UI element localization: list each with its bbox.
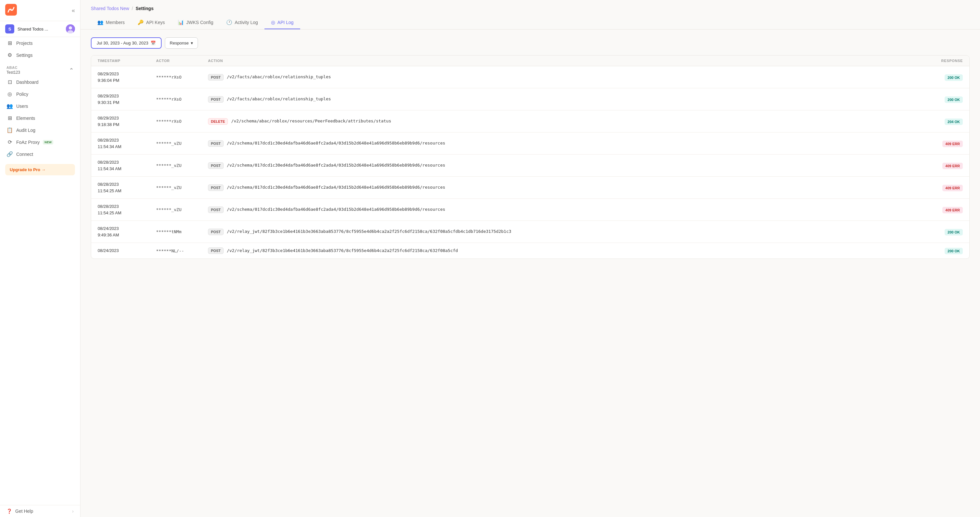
section-collapse-icon[interactable]: ⌃ xyxy=(69,67,74,73)
sidebar-item-label: FoAz Proxy xyxy=(16,140,40,145)
cell-timestamp: 08/28/202311:54:34 AM xyxy=(98,159,156,172)
table-body: 08/29/20239:36:04 PM ******rXsO POST /v2… xyxy=(91,66,969,258)
sidebar-item-policy[interactable]: ◎ Policy xyxy=(0,88,80,100)
sidebar-item-label: Audit Log xyxy=(16,128,35,133)
top-bar: Shared Todos New / Settings 👥 Members 🔑 … xyxy=(81,0,980,30)
svg-point-1 xyxy=(10,8,12,11)
logo[interactable] xyxy=(5,4,17,17)
tab-activity-log[interactable]: 🕐 Activity Log xyxy=(220,16,264,29)
tab-jwks-config[interactable]: 📊 JWKS Config xyxy=(171,16,220,29)
cell-action: DELETE /v2/schema/abac/roblox/resources/… xyxy=(208,118,924,125)
tab-api-keys[interactable]: 🔑 API Keys xyxy=(131,16,171,29)
table-row[interactable]: 08/28/202311:54:25 AM ******_vZU POST /v… xyxy=(91,177,969,199)
cell-action: POST /v2/relay_jwt/82f3b3ce1b6e4161b3e36… xyxy=(208,247,924,254)
cell-actor: ******rXsO xyxy=(156,97,208,102)
calendar-icon: 📅 xyxy=(151,41,156,45)
method-badge: POST xyxy=(208,185,224,191)
action-path: /v2/facts/abac/roblox/relationship_tuple… xyxy=(227,96,331,102)
cell-action: POST /v2/schema/017dcd1c30ed4dafba46d6ae… xyxy=(208,207,924,213)
method-badge: POST xyxy=(208,207,224,213)
action-path: /v2/schema/017dcd1c30ed4dafba46d6ae8fc2a… xyxy=(227,140,445,146)
workspace-letter: S xyxy=(5,24,14,34)
table-row[interactable]: 08/24/20239:49:36 AM ******tNMm POST /v2… xyxy=(91,221,969,243)
avatar xyxy=(66,24,75,34)
col-actor: ACTOR xyxy=(156,59,208,63)
sidebar-item-settings[interactable]: ⚙ Settings xyxy=(0,49,80,61)
action-path: /v2/facts/abac/roblox/relationship_tuple… xyxy=(227,74,331,80)
response-filter-label: Response xyxy=(170,41,189,45)
date-range-button[interactable]: Jul 30, 2023 - Aug 30, 2023 📅 xyxy=(91,37,162,49)
cell-timestamp: 08/29/20239:18:38 PM xyxy=(98,115,156,128)
get-help-item[interactable]: ❓ Get Help › xyxy=(0,505,80,517)
table-row[interactable]: 08/29/20239:30:31 PM ******rXsO POST /v2… xyxy=(91,88,969,110)
settings-icon: ⚙ xyxy=(6,52,13,58)
cell-action: POST /v2/schema/017dcd1c30ed4dafba46d6ae… xyxy=(208,185,924,191)
table-row[interactable]: 08/29/20239:18:38 PM ******rXsO DELETE /… xyxy=(91,110,969,132)
cell-timestamp: 08/24/2023 xyxy=(98,247,156,254)
collapse-button[interactable]: « xyxy=(72,7,75,14)
table-row[interactable]: 08/24/2023 ******NL/-- POST /v2/relay_jw… xyxy=(91,243,969,258)
method-badge: POST xyxy=(208,140,224,147)
sidebar-item-foaz-proxy[interactable]: ⟳ FoAz Proxy NEW xyxy=(0,136,80,148)
sidebar-item-users[interactable]: 👥 Users xyxy=(0,100,80,112)
method-badge: POST xyxy=(208,229,224,235)
cell-action: POST /v2/facts/abac/roblox/relationship_… xyxy=(208,96,924,103)
sidebar-item-audit-log[interactable]: 📋 Audit Log xyxy=(0,124,80,136)
upgrade-button[interactable]: Upgrade to Pro → xyxy=(5,164,75,176)
table-row[interactable]: 08/28/202311:54:34 AM ******_vZU POST /v… xyxy=(91,132,969,155)
response-filter-button[interactable]: Response ▾ xyxy=(165,37,198,49)
date-range-label: Jul 30, 2023 - Aug 30, 2023 xyxy=(97,41,148,45)
tab-label: Members xyxy=(106,20,125,25)
cell-actor: ******rXsO xyxy=(156,119,208,124)
elements-icon: ⊞ xyxy=(6,115,13,121)
response-badge: 409 ERR xyxy=(942,163,963,169)
col-response: RESPONSE xyxy=(924,59,963,63)
workspace-row[interactable]: S Shared Todos ... xyxy=(0,21,80,37)
response-badge: 200 OK xyxy=(945,248,963,254)
jwks-tab-icon: 📊 xyxy=(178,19,184,26)
cell-timestamp: 08/29/20239:30:31 PM xyxy=(98,93,156,105)
sidebar-item-elements[interactable]: ⊞ Elements xyxy=(0,112,80,124)
cell-response: 409 ERR xyxy=(924,207,963,213)
cell-timestamp: 08/28/202311:54:34 AM xyxy=(98,137,156,150)
method-badge: POST xyxy=(208,163,224,169)
new-badge: NEW xyxy=(43,140,53,145)
cell-response: 200 OK xyxy=(924,96,963,102)
response-badge: 200 OK xyxy=(945,96,963,103)
cell-response: 200 OK xyxy=(924,229,963,235)
action-path: /v2/schema/017dcd1c30ed4dafba46d6ae8fc2a… xyxy=(227,163,445,168)
foaz-icon: ⟳ xyxy=(6,139,13,145)
table-header: TIMESTAMP ACTOR ACTION RESPONSE xyxy=(91,56,969,66)
table-row[interactable]: 08/28/202311:54:25 AM ******_vZU POST /v… xyxy=(91,199,969,221)
svg-point-3 xyxy=(69,26,72,30)
sidebar-item-dashboard[interactable]: ⊡ Dashboard xyxy=(0,76,80,88)
api-log-table: TIMESTAMP ACTOR ACTION RESPONSE 08/29/20… xyxy=(91,55,970,259)
breadcrumb-parent[interactable]: Shared Todos New xyxy=(91,6,129,11)
cell-actor: ******NL/-- xyxy=(156,249,208,253)
projects-icon: ⊞ xyxy=(6,40,13,46)
table-row[interactable]: 08/29/20239:36:04 PM ******rXsO POST /v2… xyxy=(91,66,969,88)
sidebar-item-connect[interactable]: 🔗 Connect xyxy=(0,148,80,160)
filters: Jul 30, 2023 - Aug 30, 2023 📅 Response ▾ xyxy=(91,37,970,49)
sidebar-item-label: Settings xyxy=(16,53,33,58)
get-help-label: Get Help xyxy=(15,509,33,514)
content-area: Jul 30, 2023 - Aug 30, 2023 📅 Response ▾… xyxy=(81,30,980,517)
table-row[interactable]: 08/28/202311:54:34 AM ******_vZU POST /v… xyxy=(91,155,969,177)
cell-actor: ******_vZU xyxy=(156,207,208,212)
members-tab-icon: 👥 xyxy=(97,19,103,26)
action-path: /v2/relay_jwt/82f3b3ce1b6e4161b3e3663aba… xyxy=(227,229,511,235)
tab-label: Activity Log xyxy=(235,20,258,25)
tab-api-log[interactable]: ◎ API Log xyxy=(264,16,300,29)
cell-response: 409 ERR xyxy=(924,163,963,169)
policy-icon: ◎ xyxy=(6,91,13,97)
method-badge: DELETE xyxy=(208,118,228,125)
sidebar-item-label: Users xyxy=(16,104,28,109)
cell-actor: ******rXsO xyxy=(156,75,208,80)
cell-timestamp: 08/24/20239:49:36 AM xyxy=(98,225,156,238)
audit-log-icon: 📋 xyxy=(6,127,13,133)
tab-members[interactable]: 👥 Members xyxy=(91,16,131,29)
cell-timestamp: 08/28/202311:54:25 AM xyxy=(98,203,156,216)
sidebar-item-projects[interactable]: ⊞ Projects xyxy=(0,37,80,49)
tab-label: API Keys xyxy=(146,20,165,25)
api-keys-tab-icon: 🔑 xyxy=(138,19,144,26)
